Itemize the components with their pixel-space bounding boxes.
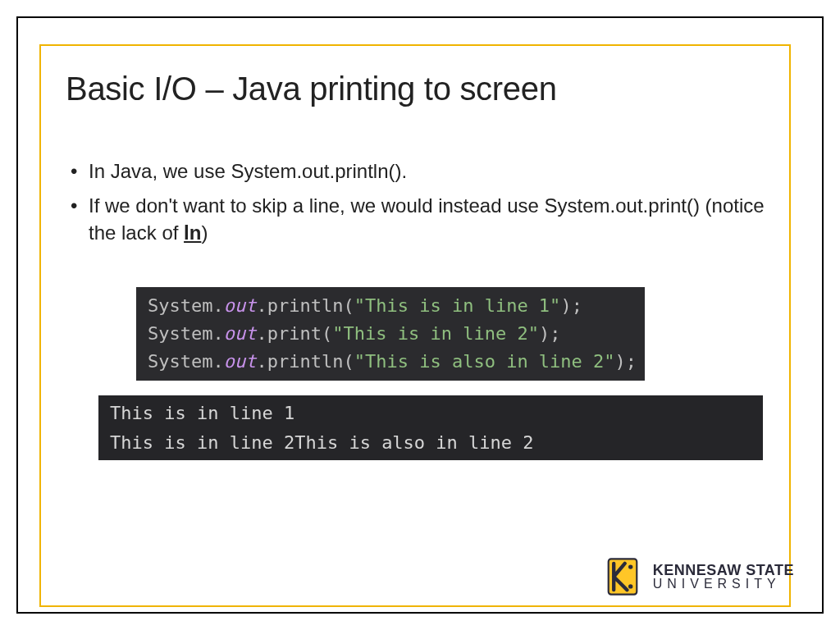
bullet-item: In Java, we use System.out.println(). — [71, 158, 774, 185]
bullet-item: If we don't want to skip a line, we woul… — [71, 193, 774, 246]
logo-line2: UNIVERSITY — [653, 578, 794, 591]
code-line: System.out.print("This is in line 2"); — [148, 323, 560, 344]
slide-content: Basic I/O – Java printing to screen In J… — [66, 71, 774, 460]
code-block: System.out.println("This is in line 1");… — [136, 287, 645, 381]
ksu-logo-icon — [600, 555, 645, 599]
code-line: System.out.println("This is also in line… — [148, 351, 637, 372]
bullet-text-emph: ln — [184, 221, 201, 244]
logo-line1: KENNESAW STATE — [653, 563, 794, 578]
bullet-text: In Java, we use System.out.println(). — [89, 160, 407, 182]
code-line: System.out.println("This is in line 1"); — [148, 295, 582, 316]
svg-point-1 — [628, 564, 632, 568]
svg-point-2 — [628, 584, 632, 588]
logo-text: KENNESAW STATE UNIVERSITY — [653, 563, 794, 591]
bullet-text-suffix: ) — [201, 221, 208, 244]
bullet-list: In Java, we use System.out.println(). If… — [71, 158, 774, 246]
university-logo: KENNESAW STATE UNIVERSITY — [600, 555, 794, 599]
output-block: This is in line 1 This is in line 2This … — [98, 395, 763, 459]
slide-title: Basic I/O – Java printing to screen — [66, 71, 774, 107]
